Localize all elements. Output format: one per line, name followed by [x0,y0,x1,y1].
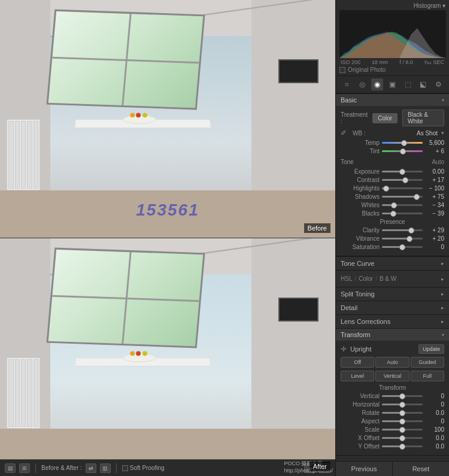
detail-arrow: ▸ [441,305,444,311]
bw-btn[interactable]: Black & White [402,110,444,126]
x-offset-value: 0.0 [425,435,444,441]
shadows-slider[interactable] [382,196,423,198]
treatment-row: Treatment : Color Black & White [341,110,444,126]
temp-label: Temp [341,140,380,146]
x-offset-slider[interactable] [382,437,423,439]
rotate-row: Rotate 0.0 [341,410,444,416]
guided-btn[interactable]: Guided [411,357,444,368]
clarity-label: Clarity [341,227,380,234]
skylight [46,9,205,110]
focal-info: 18 mm [372,59,389,65]
update-btn[interactable]: Update [418,344,444,354]
wb-dropdown-arrow[interactable]: ▾ [441,130,444,136]
range-tool[interactable]: ⬕ [417,78,429,90]
blacks-slider[interactable] [382,213,423,214]
vertical-btn[interactable]: Vertical [375,371,409,381]
y-offset-slider[interactable] [382,445,423,447]
bw-label[interactable]: B & W [380,275,396,282]
tool-icons-row: ⌗ ◎ ◉ ▣ ⬚ ⬕ ⚙ [336,76,449,93]
lens-corrections-section[interactable]: Lens Corrections ▸ [336,314,449,328]
contrast-label: Contrast [341,177,380,183]
saturation-row: Saturation 0 [341,244,444,250]
hsl-label[interactable]: HSL [341,275,352,282]
exposure-slider[interactable] [382,171,423,172]
wb-value: As Shot [417,130,438,137]
horizontal-label: Horizontal [341,401,380,408]
whites-value: − 34 [425,202,444,208]
full-btn[interactable]: Full [411,371,444,381]
treatment-label: Treatment : [341,111,368,125]
develop-tool[interactable]: ◉ [371,78,383,90]
whites-slider[interactable] [382,204,423,206]
tone-title: Tone [341,159,354,165]
saturation-label: Saturation [341,244,380,250]
y-offset-label: Y Offset [341,443,380,450]
vertical-value: 0 [425,393,444,399]
original-photo-checkbox[interactable] [339,67,345,73]
transform-section: ✛ Upright Update Off Auto Guided Level V… [336,341,449,456]
saturation-slider[interactable] [382,246,423,248]
split-toning-section[interactable]: Split Toning ▸ [336,287,449,301]
rotate-value: 0.0 [425,410,444,416]
exposure-label: Exposure [341,168,380,175]
tone-header: Tone Auto [341,156,444,167]
color-btn[interactable]: Color [372,113,398,123]
off-btn[interactable]: Off [341,357,374,368]
detail-section[interactable]: Detail ▸ [336,301,449,314]
aspect-row: Aspect 0 [341,418,444,425]
vibrance-slider[interactable] [382,238,423,239]
filmstrip-btn[interactable]: ▤ [5,463,16,473]
watermark: 153561 [136,201,199,220]
vibrance-value: + 20 [425,235,444,242]
settings-tool[interactable]: ⚙ [432,78,444,90]
basic-header[interactable]: Basic ▾ [336,93,449,106]
hsl-section[interactable]: HSL / Color / B & W ▸ [336,270,449,287]
lens-corrections-label: Lens Corrections [341,318,390,325]
aspect-value: 0 [425,418,444,425]
color-label[interactable]: Color [359,275,373,282]
grad-tool[interactable]: ▣ [387,78,399,90]
camera-info: ISO 200 18 mm f / 8.0 ¹⁄₁₆ SEC [339,59,445,65]
vertical-slider[interactable] [382,395,423,397]
tint-slider[interactable] [382,150,423,152]
wall-picture [278,59,318,83]
transform-title: Transform [341,331,371,338]
clarity-value: + 29 [425,227,444,234]
highlights-slider[interactable] [382,187,423,189]
auto-btn[interactable]: Auto [375,357,409,368]
transform-header[interactable]: Transform ▾ [336,328,449,341]
dining-table-after [67,357,218,441]
highlights-row: Highlights − 100 [341,185,444,192]
grid-btn[interactable]: ⊞ [19,463,30,473]
soft-proofing-checkbox[interactable] [122,465,128,471]
aspect-slider[interactable] [382,420,423,422]
blacks-label: Blacks [341,210,380,217]
bottom-nav: Previous Reset [336,461,449,476]
scale-slider[interactable] [382,429,423,430]
contrast-slider[interactable] [382,179,423,181]
right-panel: Histogram ▾ ISO 200 18 mm f / 8.0 ¹⁄₁₆ S… [335,0,449,476]
vertical-row: Vertical 0 [341,393,444,399]
rotate-label: Rotate [341,410,380,416]
wb-eyedropper-icon[interactable]: ✐ [341,129,349,137]
tone-curve-section[interactable]: Tone Curve ▸ [336,256,449,270]
transform-sub-title: Transform [341,384,444,391]
tint-row: Tint + 6 [341,148,444,154]
reset-btn[interactable]: Reset [393,462,449,476]
tint-label: Tint [341,148,380,154]
ba-layout-btn[interactable]: ▥ [100,463,111,473]
crop-tool[interactable]: ⌗ [341,78,353,90]
horizontal-slider[interactable] [382,404,423,405]
histogram-svg [339,10,446,58]
soft-proofing[interactable]: Soft Proofing [122,465,165,471]
ba-swap-btn[interactable]: ⇄ [86,463,96,473]
auto-label[interactable]: Auto [432,159,444,165]
rotate-slider[interactable] [382,412,423,414]
clarity-slider[interactable] [382,229,423,231]
dining-table [67,119,218,202]
previous-btn[interactable]: Previous [336,462,393,476]
level-btn[interactable]: Level [341,371,374,381]
temp-slider[interactable] [382,142,423,144]
brush-tool[interactable]: ⬚ [402,78,414,90]
spot-tool[interactable]: ◎ [356,78,368,90]
